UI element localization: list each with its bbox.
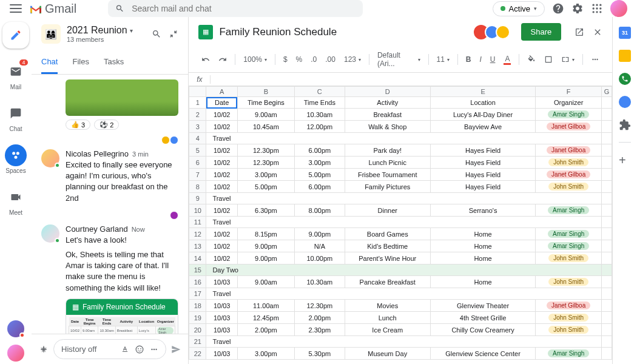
gmail-logo[interactable]: Gmail <box>29 2 76 16</box>
cell[interactable]: 10/02 <box>206 157 238 169</box>
increase-decimal-button[interactable]: .00 <box>322 53 339 66</box>
cell[interactable]: 6.00pm <box>294 181 345 193</box>
cell[interactable] <box>601 312 612 324</box>
more-formats-button[interactable]: 123 <box>341 53 364 66</box>
cell[interactable]: Travel <box>206 288 602 300</box>
cell[interactable]: 8.15pm <box>237 228 294 240</box>
emoji-icon[interactable] <box>135 345 144 354</box>
cell[interactable] <box>601 97 612 109</box>
cell[interactable]: 12.30pm <box>237 157 294 169</box>
col-header-C[interactable]: C <box>294 87 345 97</box>
cell[interactable]: Park day! <box>345 144 430 157</box>
cell[interactable]: Janet Gilboa <box>536 144 601 157</box>
cell[interactable] <box>601 133 612 144</box>
cell[interactable]: 10/02 <box>206 109 238 121</box>
row-header[interactable]: 9 <box>189 193 206 204</box>
row-header[interactable]: 2 <box>189 109 206 121</box>
cell[interactable]: 2.00pm <box>294 312 345 324</box>
tasks-icon[interactable] <box>619 96 631 108</box>
cell[interactable]: 10/03 <box>206 276 238 288</box>
cell[interactable]: 10/02 <box>206 121 238 133</box>
cell[interactable]: 10/02 <box>206 181 238 193</box>
cell[interactable]: Janet Gilboa <box>536 300 601 312</box>
keep-icon[interactable] <box>619 50 631 62</box>
cell[interactable]: 12.45pm <box>237 312 294 324</box>
cell[interactable]: 9.00pm <box>237 240 294 252</box>
row-header[interactable]: 12 <box>189 228 206 240</box>
cell[interactable]: Dinner <box>345 204 430 217</box>
underline-button[interactable]: U <box>487 53 499 66</box>
cell[interactable]: 10/03 <box>206 324 238 336</box>
cell[interactable]: Amar Singh <box>536 348 601 360</box>
cell[interactable]: Home <box>430 228 536 240</box>
compose-button[interactable] <box>2 22 29 49</box>
cell[interactable]: 9.00pm <box>294 228 345 240</box>
cell[interactable] <box>601 240 612 252</box>
cell[interactable]: 3.00pm <box>294 157 345 169</box>
search-in-space-icon[interactable] <box>152 29 161 39</box>
cell[interactable] <box>601 144 612 157</box>
cell[interactable]: 10.30am <box>294 276 345 288</box>
cell[interactable]: Bayview Ave <box>430 121 536 133</box>
col-header-G[interactable]: G <box>601 87 612 97</box>
rail-chat[interactable]: Chat <box>0 98 32 137</box>
cell[interactable]: Kid's Bedtime <box>345 240 430 252</box>
cell[interactable]: Home <box>430 240 536 252</box>
cell[interactable]: 10/02 <box>206 169 238 181</box>
cell[interactable]: 10/03 <box>206 300 238 312</box>
percent-button[interactable]: % <box>293 53 306 66</box>
cell[interactable]: Day Two <box>206 265 602 276</box>
search-input[interactable] <box>132 4 356 13</box>
rail-spaces[interactable]: Spaces <box>0 140 32 179</box>
cell[interactable] <box>601 324 612 336</box>
row-header[interactable]: 11 <box>189 217 206 228</box>
cell[interactable]: Janet Gilboa <box>536 169 601 181</box>
cell[interactable]: Time Ends <box>294 97 345 109</box>
dm-avatar-2[interactable] <box>7 345 24 362</box>
account-avatar[interactable] <box>610 0 627 17</box>
cell[interactable] <box>601 276 612 288</box>
col-header-E[interactable]: E <box>430 87 536 97</box>
cell[interactable] <box>601 121 612 133</box>
cell[interactable]: 10/02 <box>206 240 238 252</box>
cell[interactable] <box>601 288 612 300</box>
merge-button[interactable] <box>558 53 578 66</box>
cell[interactable]: 10/03 <box>206 312 238 324</box>
cell[interactable]: Lunch Picnic <box>345 157 430 169</box>
cell[interactable] <box>601 193 612 204</box>
cell[interactable] <box>601 204 612 217</box>
row-header[interactable]: 7 <box>189 169 206 181</box>
cell[interactable]: Board Games <box>345 228 430 240</box>
decrease-decimal-button[interactable]: .0 <box>308 53 320 66</box>
cell[interactable]: Travel <box>206 336 602 348</box>
cell[interactable]: 3.00pm <box>237 348 294 360</box>
cell[interactable]: 12.30pm <box>237 144 294 157</box>
cell[interactable]: Amar Singh <box>536 240 601 252</box>
cell[interactable]: Glenview Theater <box>430 300 536 312</box>
open-external-icon[interactable] <box>575 27 584 37</box>
row-header[interactable]: 3 <box>189 121 206 133</box>
cell[interactable]: 10.00pm <box>294 252 345 265</box>
image-attachment[interactable] <box>66 79 178 116</box>
cell[interactable]: 6.00pm <box>294 144 345 157</box>
cell[interactable]: John Smith <box>536 276 601 288</box>
font-size-dropdown[interactable]: 11 <box>433 53 452 66</box>
cell[interactable] <box>601 157 612 169</box>
corner-cell[interactable] <box>189 87 206 97</box>
cell[interactable] <box>601 228 612 240</box>
cell[interactable] <box>601 252 612 265</box>
rail-meet[interactable]: Meet <box>0 181 32 221</box>
cell[interactable]: 5.00pm <box>294 169 345 181</box>
cell[interactable]: 10/02 <box>206 228 238 240</box>
collaborator-avatars[interactable] <box>477 25 510 39</box>
row-header[interactable]: 13 <box>189 240 206 252</box>
message-composer[interactable]: History off <box>53 339 166 359</box>
cell[interactable]: Organizer <box>536 97 601 109</box>
cell[interactable]: Glenview Science Center <box>430 348 536 360</box>
cell[interactable]: Amar Singh <box>536 228 601 240</box>
formula-bar[interactable]: fx <box>189 73 612 86</box>
cell[interactable]: Pancake Breakfast <box>345 276 430 288</box>
cell[interactable]: Travel <box>206 217 602 228</box>
cell[interactable]: John Smith <box>536 312 601 324</box>
cell[interactable] <box>601 217 612 228</box>
